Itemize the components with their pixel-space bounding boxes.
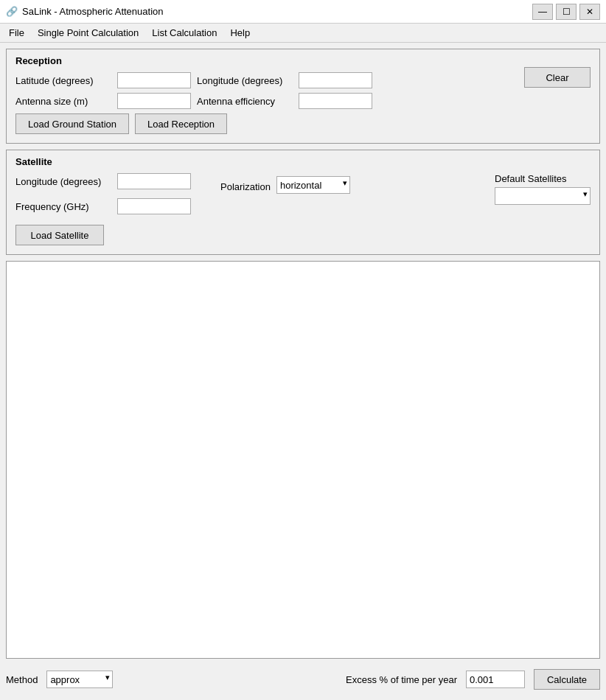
default-sat-select-wrapper xyxy=(495,187,591,205)
close-button[interactable]: ✕ xyxy=(579,4,600,20)
clear-button-area: Clear xyxy=(524,67,591,88)
latitude-label: Latitude (degrees) xyxy=(15,75,111,86)
menu-help[interactable]: Help xyxy=(224,26,256,40)
default-satellites-area: Default Satellites xyxy=(495,173,591,205)
main-content: Reception Clear Latitude (degrees) Longi… xyxy=(0,43,606,700)
sat-longitude-label: Longitude (degrees) xyxy=(15,176,111,187)
antenna-size-label: Antenna size (m) xyxy=(15,96,111,107)
app-title: SaLink - Atmospheric Attenuation xyxy=(22,6,164,17)
reception-panel-title: Reception xyxy=(15,55,591,66)
method-label: Method xyxy=(6,674,38,685)
sat-frequency-label: Frequency (GHz) xyxy=(15,201,111,212)
antenna-row: Antenna size (m) Antenna efficiency xyxy=(15,93,591,109)
title-bar: 🔗 SaLink - Atmospheric Attenuation — ☐ ✕ xyxy=(0,0,606,24)
menu-list-calculation[interactable]: List Calculation xyxy=(146,26,223,40)
minimize-button[interactable]: — xyxy=(532,4,553,20)
antenna-efficiency-label: Antenna efficiency xyxy=(197,96,293,107)
method-select[interactable]: approx exact xyxy=(46,671,113,688)
lat-lon-row: Latitude (degrees) Longitude (degrees) xyxy=(15,72,591,88)
antenna-size-input[interactable] xyxy=(117,93,191,109)
polarization-select-wrapper: horizontal vertical circular xyxy=(276,176,350,194)
reception-btn-row: Load Ground Station Load Reception xyxy=(15,113,591,134)
sat-frequency-input[interactable] xyxy=(117,198,191,214)
menu-file[interactable]: File xyxy=(3,26,30,40)
sat-longitude-row: Longitude (degrees) xyxy=(15,173,191,189)
satellite-panel-title: Satellite xyxy=(15,156,591,167)
maximize-button[interactable]: ☐ xyxy=(556,4,577,20)
title-bar-controls: — ☐ ✕ xyxy=(532,4,600,20)
sat-longitude-input[interactable] xyxy=(117,173,191,189)
polarization-area: Polarization horizontal vertical circula… xyxy=(220,176,350,194)
satellite-left-col: Longitude (degrees) Frequency (GHz) xyxy=(15,173,191,219)
sat-frequency-row: Frequency (GHz) xyxy=(15,198,191,214)
polarization-label: Polarization xyxy=(220,181,271,192)
bottom-bar: Method approx exact Excess % of time per… xyxy=(6,665,600,694)
load-satellite-button[interactable]: Load Satellite xyxy=(15,225,104,245)
longitude-input[interactable] xyxy=(299,72,372,88)
output-area xyxy=(6,261,600,659)
default-satellites-select[interactable] xyxy=(495,187,591,205)
load-reception-button[interactable]: Load Reception xyxy=(135,113,227,134)
title-bar-left: 🔗 SaLink - Atmospheric Attenuation xyxy=(6,6,164,18)
calculate-button[interactable]: Calculate xyxy=(534,669,600,690)
longitude-label: Longitude (degrees) xyxy=(197,75,293,86)
excess-label: Excess % of time per year xyxy=(346,674,457,685)
load-ground-station-button[interactable]: Load Ground Station xyxy=(15,113,129,134)
default-satellites-label: Default Satellites xyxy=(495,173,567,184)
reception-panel: Reception Clear Latitude (degrees) Longi… xyxy=(6,49,600,144)
excess-input[interactable] xyxy=(466,671,525,688)
clear-button[interactable]: Clear xyxy=(524,67,591,88)
polarization-select[interactable]: horizontal vertical circular xyxy=(276,176,350,194)
app-icon: 🔗 xyxy=(6,6,18,18)
satellite-panel: Satellite Longitude (degrees) Frequency … xyxy=(6,150,600,255)
menu-bar: File Single Point Calculation List Calcu… xyxy=(0,24,606,43)
menu-single-point[interactable]: Single Point Calculation xyxy=(32,26,144,40)
method-select-wrapper: approx exact xyxy=(46,671,113,688)
satellite-btn-row: Load Satellite xyxy=(15,225,591,245)
antenna-efficiency-input[interactable] xyxy=(299,93,372,109)
latitude-input[interactable] xyxy=(117,72,191,88)
